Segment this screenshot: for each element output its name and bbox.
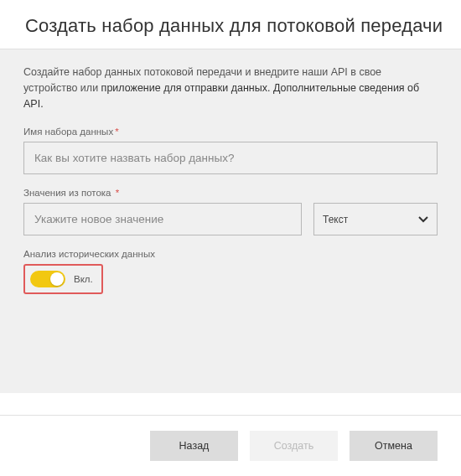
toggle-state-label: Вкл. <box>74 274 93 284</box>
stream-values-label: Значения из потока * <box>23 188 438 198</box>
toggle-knob <box>50 272 64 286</box>
type-select-value: Текст <box>323 214 348 225</box>
dataset-name-label: Имя набора данных* <box>23 127 438 137</box>
cancel-button[interactable]: Отмена <box>350 431 438 461</box>
value-type-select[interactable]: Текст <box>313 203 438 235</box>
historical-toggle[interactable] <box>30 271 65 287</box>
page-title: Создать набор данных для потоковой перед… <box>25 15 436 37</box>
dataset-name-input[interactable] <box>23 142 438 174</box>
description-text: Создайте набор данных потоковой передачи… <box>23 65 438 111</box>
historical-analysis-label: Анализ исторических данных <box>23 249 438 259</box>
historical-toggle-highlight: Вкл. <box>23 264 103 294</box>
stream-value-input[interactable] <box>23 203 302 235</box>
create-button: Создать <box>250 431 338 461</box>
dialog-content: Создайте набор данных потоковой передачи… <box>0 49 461 393</box>
back-button[interactable]: Назад <box>150 431 238 461</box>
required-marker: * <box>115 127 118 137</box>
required-marker: * <box>116 188 119 198</box>
chevron-down-icon <box>418 213 428 225</box>
dialog-footer: Назад Создать Отмена <box>0 415 461 476</box>
dialog-header: Создать набор данных для потоковой перед… <box>0 0 461 49</box>
